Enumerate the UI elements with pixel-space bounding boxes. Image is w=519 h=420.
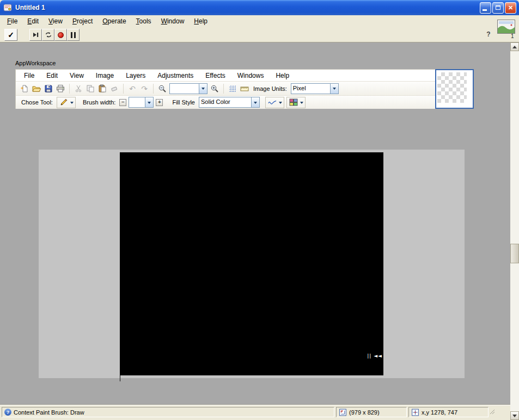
app-menu-view[interactable]: View [64, 72, 90, 79]
indicator-thumbnail-icon [498, 20, 515, 33]
erase-button[interactable] [109, 84, 119, 94]
chevron-down-icon [512, 415, 517, 419]
brush-width-combobox[interactable] [129, 97, 154, 108]
combo-arrow[interactable] [145, 97, 153, 107]
zoom-in-button[interactable] [210, 84, 219, 94]
scrollbar-thumb[interactable] [510, 244, 519, 263]
abort-button[interactable] [54, 29, 67, 41]
toolbar-separator [69, 84, 70, 94]
chevron-down-icon [70, 102, 74, 106]
menu-help[interactable]: Help [189, 15, 212, 27]
image-units-combobox[interactable]: Pixel [291, 83, 339, 94]
show-ruler-button[interactable] [240, 84, 249, 94]
redo-icon: ↷ [141, 85, 148, 92]
zoom-level-combobox[interactable] [169, 83, 207, 94]
chose-tool-label: Chose Tool: [20, 99, 54, 106]
run-arrow-icon [31, 30, 41, 40]
app-menu-edit[interactable]: Edit [40, 72, 64, 79]
labview-window: Untitled 1 ✕ FileEditViewProjectOperateT… [0, 0, 519, 420]
run-button[interactable]: ✓ [4, 29, 17, 41]
redo-button[interactable]: ↷ [139, 84, 149, 94]
image-units-label: Image Units: [252, 85, 289, 92]
zoom-out-button[interactable] [157, 84, 167, 94]
pause-button[interactable] [67, 29, 80, 41]
close-icon: ✕ [508, 4, 513, 11]
paint-app-toolbar-tools: Chose Tool: Brush width: − + Fill Style … [16, 95, 447, 109]
paint-app-menubar: FileEditViewImageLayersAdjustmentsEffect… [16, 70, 447, 81]
vertical-scrollbar[interactable] [510, 42, 519, 420]
fill-style-label: Fill Style [170, 99, 197, 106]
app-menu-windows[interactable]: Windows [231, 72, 270, 79]
save-button[interactable] [44, 84, 53, 94]
status-context-text: Context Paint Brush: Draw [14, 409, 84, 416]
paint-app-panel: FileEditViewImageLayersAdjustmentsEffect… [15, 69, 448, 109]
minimize-button[interactable] [480, 2, 491, 14]
run-continuous-button[interactable] [42, 29, 54, 41]
app-menu-image[interactable]: Image [90, 72, 120, 79]
run-arrow-button[interactable] [29, 29, 42, 41]
front-panel-workspace: AppWorkspace FileEditViewImageLayersAdju… [0, 42, 510, 405]
scroll-up-button[interactable] [510, 42, 519, 51]
fill-style-combobox[interactable]: Solid Color [199, 97, 260, 108]
image-canvas[interactable]: || ◄◄ [120, 152, 383, 375]
status-size-section: (979 x 829) [336, 407, 407, 417]
menu-tools[interactable]: Tools [131, 15, 156, 27]
tool-picker-button[interactable] [57, 97, 76, 108]
pause-icon [71, 32, 76, 38]
menu-edit[interactable]: Edit [22, 15, 44, 27]
menu-project[interactable]: Project [68, 15, 97, 27]
app-menu-effects[interactable]: Effects [199, 72, 231, 79]
new-document-button[interactable] [20, 84, 29, 94]
show-grid-button[interactable] [228, 84, 237, 94]
undo-button[interactable]: ↶ [127, 84, 137, 94]
maximize-icon [496, 5, 500, 10]
open-button[interactable] [32, 84, 41, 94]
color-picker-button[interactable] [286, 97, 306, 108]
pencil-icon [59, 97, 69, 107]
brush-width-label: Brush width: [81, 99, 118, 106]
chevron-down-icon [202, 88, 205, 91]
toolbar-indicator[interactable] [497, 20, 515, 34]
status-coordinates-text: x,y 1278, 747 [422, 409, 457, 416]
combo-arrow[interactable] [330, 84, 338, 94]
chevron-down-icon [254, 102, 257, 106]
cut-button[interactable] [74, 84, 83, 94]
toolbar-separator [153, 84, 154, 94]
app-menu-help[interactable]: Help [270, 72, 295, 79]
canvas-area[interactable]: || ◄◄ [39, 150, 465, 378]
print-button[interactable] [56, 84, 65, 94]
copy-button[interactable] [86, 84, 95, 94]
menu-view[interactable]: View [44, 15, 68, 27]
combo-arrow[interactable] [251, 97, 259, 107]
menu-operate[interactable]: Operate [97, 15, 131, 27]
window-icon [3, 3, 13, 13]
line-style-button[interactable] [265, 97, 284, 108]
app-menu-file[interactable]: File [18, 72, 40, 79]
image-preview-thumbnail[interactable] [435, 69, 474, 109]
brush-width-increment-button[interactable]: + [156, 99, 163, 106]
paste-button[interactable] [97, 84, 107, 94]
scroll-down-button[interactable] [510, 411, 519, 420]
menu-file[interactable]: File [2, 15, 22, 27]
window-controls: ✕ [480, 2, 516, 14]
close-button[interactable]: ✕ [505, 2, 516, 14]
title-bar[interactable]: Untitled 1 ✕ [0, 0, 519, 15]
run-continuous-icon [44, 30, 53, 40]
image-size-icon [339, 408, 347, 416]
resize-grip-icon[interactable] [490, 409, 495, 416]
toolbar-separator [223, 84, 224, 94]
brush-width-value [129, 97, 145, 107]
app-menu-layers[interactable]: Layers [120, 72, 151, 79]
abort-icon [58, 32, 64, 38]
context-help-button[interactable]: ? [484, 30, 493, 40]
chevron-down-icon [148, 102, 151, 106]
combo-arrow[interactable] [199, 84, 207, 94]
brush-width-decrement-button[interactable]: − [119, 99, 126, 106]
media-marks-overlay: || ◄◄ [367, 353, 382, 359]
chevron-down-icon [279, 102, 282, 106]
status-context-section: ? Context Paint Brush: Draw [2, 407, 334, 417]
app-menu-adjustments[interactable]: Adjustments [151, 72, 199, 79]
menu-window[interactable]: Window [156, 15, 190, 27]
maximize-button[interactable] [492, 2, 504, 14]
chevron-down-icon [333, 88, 336, 91]
